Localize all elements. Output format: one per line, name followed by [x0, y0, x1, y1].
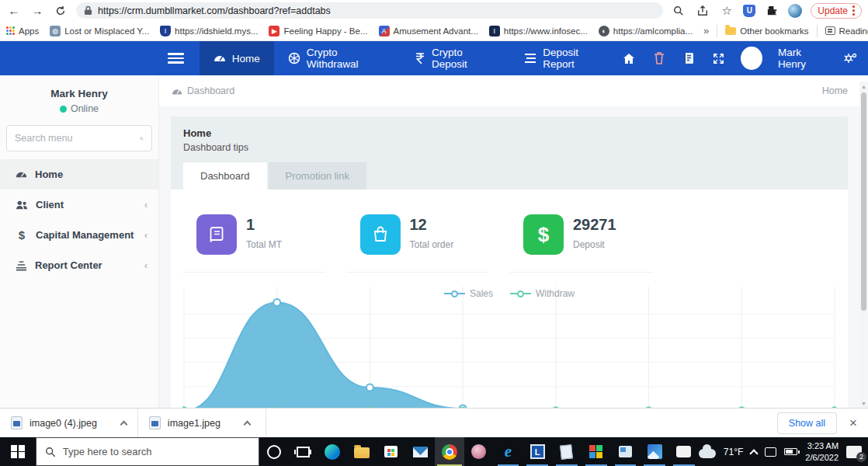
address-bar[interactable]: https://crm.dumbllmarket.com/dashboard?r… — [76, 2, 663, 19]
stat-card-total-order: 12 Total order — [346, 214, 490, 273]
reading-list-button[interactable]: Reading list — [825, 26, 868, 36]
fullscreen-icon[interactable] — [711, 50, 725, 66]
dollar-glyph: $ — [538, 223, 549, 247]
trash-icon[interactable] — [652, 50, 666, 66]
notebook-icon[interactable] — [682, 50, 696, 66]
apps-grid-icon — [6, 26, 15, 35]
file-explorer-icon[interactable] — [347, 437, 377, 466]
chevron-up-icon[interactable] — [244, 420, 252, 428]
chrome-icon[interactable] — [435, 437, 464, 466]
bookmarks-bar: Apps ◍ Lost or Misplaced Y... I https://… — [0, 21, 868, 41]
weather-icon[interactable] — [699, 449, 716, 458]
document-app-icon[interactable] — [611, 437, 641, 466]
tablet-mode-icon[interactable] — [765, 447, 776, 457]
bookmarks-overflow-icon[interactable]: » — [703, 25, 709, 37]
favicon: I — [489, 26, 500, 37]
bookmark-item[interactable]: I https://idshield.mys... — [160, 26, 258, 37]
internet-explorer-icon[interactable]: e — [494, 437, 523, 466]
extensions-puzzle-icon[interactable] — [764, 3, 779, 19]
favicon: A — [379, 26, 390, 37]
bookmark-label: Apps — [19, 26, 39, 36]
home-icon[interactable] — [622, 50, 636, 66]
sidebar-item-capital-management[interactable]: $ Capital Management ‹ — [0, 220, 158, 250]
user-avatar[interactable] — [741, 47, 762, 70]
tray-chevron-up-icon[interactable] — [750, 449, 759, 457]
photos-icon[interactable] — [640, 437, 669, 466]
tab-promotion-link[interactable]: Promotion link — [269, 162, 366, 190]
browser-profile-avatar[interactable] — [788, 4, 802, 18]
reload-glyph — [55, 5, 66, 16]
scrollbar-thumb[interactable] — [861, 92, 866, 311]
bookmark-item[interactable]: ▶ Feeling Happy - Be... — [269, 26, 367, 37]
legend-item[interactable]: Withdraw — [510, 288, 575, 299]
forward-icon[interactable]: → — [30, 3, 45, 19]
notification-badge: 2 — [856, 452, 866, 462]
nav-item-deposit-report[interactable]: Deposit Report — [510, 41, 622, 75]
bookmark-item[interactable]: ◐ https://amlcomplia... — [599, 26, 693, 37]
microsoft-squares-icon[interactable] — [582, 437, 611, 466]
legend-item[interactable]: Sales — [444, 288, 493, 299]
browser-menu-icon[interactable] — [852, 5, 855, 16]
edge-icon[interactable] — [318, 437, 347, 466]
task-view-icon[interactable] — [289, 437, 318, 466]
browser-toolbar: ← → https://crm.dumbllmarket.com/dashboa… — [0, 0, 868, 21]
taskbar-clock[interactable]: 3:23 AM 2/6/2022 — [805, 440, 838, 463]
scroll-up-icon[interactable]: ▲ — [861, 82, 866, 91]
nav-item-home[interactable]: Home — [200, 41, 274, 75]
temperature-label[interactable]: 71°F — [724, 447, 743, 457]
chat-app-icon[interactable] — [669, 437, 699, 466]
share-icon[interactable] — [695, 3, 710, 19]
notification-icon[interactable]: 2 — [846, 446, 862, 458]
close-icon[interactable]: × — [849, 416, 857, 431]
shopping-bag-icon — [360, 214, 401, 255]
settings-cogs-icon[interactable] — [843, 50, 857, 66]
show-all-button[interactable]: Show all — [777, 412, 837, 434]
blue-l-app-icon[interactable]: L — [523, 437, 552, 466]
update-button[interactable]: Update — [811, 3, 862, 19]
mail-icon[interactable] — [405, 437, 435, 466]
legend-label: Withdraw — [536, 288, 575, 299]
back-icon[interactable]: ← — [6, 3, 22, 19]
breadcrumb-home-link[interactable]: Home — [822, 85, 848, 96]
user-name[interactable]: Mark Henry — [778, 47, 828, 70]
battery-icon[interactable] — [784, 448, 797, 455]
status-label: Online — [71, 103, 99, 114]
other-bookmarks-button[interactable]: Other bookmarks — [725, 26, 808, 36]
microsoft-store-icon[interactable] — [377, 437, 406, 466]
taskbar-search-input[interactable] — [63, 446, 250, 457]
start-button[interactable] — [0, 437, 36, 466]
notepad-icon[interactable] — [552, 437, 582, 466]
nav-item-crypto-withdrawal[interactable]: Crypto Withdrawal — [274, 41, 401, 75]
download-item[interactable]: image1.jpeg — [138, 409, 266, 437]
nav-item-crypto-deposit[interactable]: Crypto Deposit — [401, 41, 510, 75]
bookmark-item[interactable]: I https://www.infosec... — [489, 26, 588, 37]
other-bookmarks-label: Other bookmarks — [740, 26, 808, 36]
toolbar-actions: ☆ U Update — [671, 3, 862, 19]
bookmark-apps[interactable]: Apps — [6, 26, 39, 36]
bookmarks-right: » Other bookmarks Reading list — [703, 25, 868, 37]
scroll-down-icon[interactable]: ▼ — [861, 398, 866, 408]
breadcrumb-current[interactable]: Dashboard — [172, 85, 234, 96]
bookmark-star-icon[interactable]: ☆ — [719, 3, 734, 19]
hamburger-menu-icon[interactable] — [168, 53, 184, 64]
bookmark-item[interactable]: ◍ Lost or Misplaced Y... — [50, 26, 149, 37]
sidebar-item-home[interactable]: Home — [0, 159, 158, 190]
cortana-icon[interactable] — [259, 437, 289, 466]
folder-icon — [725, 27, 736, 35]
shield-extension-icon[interactable]: U — [743, 5, 755, 17]
zoom-icon[interactable] — [671, 3, 686, 19]
taskbar-search[interactable] — [36, 437, 259, 466]
search-icon[interactable] — [140, 134, 144, 144]
main-area: Dashboard Home Home Dashboard tips Dashb… — [159, 75, 868, 437]
image-file-icon — [11, 416, 23, 429]
page-scrollbar[interactable]: ▲ ▼ — [859, 82, 868, 408]
search-input[interactable] — [15, 133, 140, 144]
download-item[interactable]: image0 (4).jpeg — [0, 409, 138, 437]
tab-dashboard[interactable]: Dashboard — [183, 162, 267, 190]
sidebar-item-client[interactable]: Client ‹ — [0, 190, 158, 220]
bookmark-item[interactable]: A Amusement Advant... — [379, 26, 478, 37]
sidebar-item-report-center[interactable]: Report Center ‹ — [0, 250, 158, 280]
pink-app-icon[interactable] — [464, 437, 494, 466]
reload-icon[interactable] — [53, 3, 68, 19]
chevron-up-icon[interactable] — [120, 420, 127, 428]
